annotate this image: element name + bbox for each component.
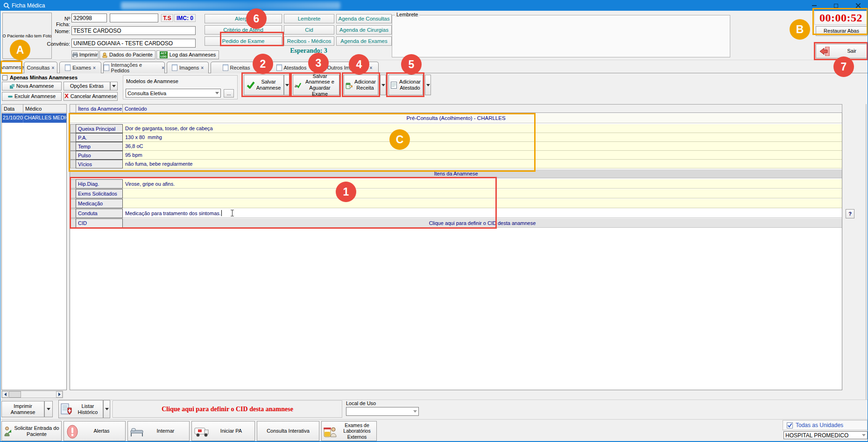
ts-button[interactable]: T.S [161,14,173,22]
ambulance-icon [194,426,209,437]
alert-icon [67,425,78,439]
annotation-box-5 [386,72,424,97]
listar-historico-button[interactable]: Listar Histórico [58,400,103,418]
scroll-left-button[interactable] [2,391,8,398]
tab-imagens[interactable]: Imagens× [167,62,209,73]
excluir-anamnese-button[interactable]: Excluir Anamnese [2,92,62,101]
redacted-title-text [121,2,340,9]
alertas-button[interactable]: Alertas [64,421,126,441]
log-anamneses-button[interactable]: ACTLOG Log das Anamneses [156,50,219,59]
tab-exames[interactable]: Exames× [59,62,101,73]
opcoes-extras-dropdown[interactable] [110,82,118,91]
grid-col-itens[interactable]: Ítens da Anamnese [76,104,123,113]
agenda-exames-button[interactable]: Agenda de Exames [336,36,392,46]
patient-card-icon [102,52,107,58]
solicitar-entrada-button[interactable]: Solicitar Entrada do Paciente [1,421,62,441]
modelo-selected-value: Consulta Eletiva [127,91,166,96]
lembrete-groupbox [392,15,730,57]
local-de-uso-label: Local de Uso [346,400,376,406]
annotation-box-a [0,61,22,74]
annotation-circle-6: 6 [246,8,267,29]
cancelar-anamnese-button[interactable]: X Cancelar Anamnese [64,92,118,101]
history-row-medico: CHARLLES MEDICO [23,113,66,123]
history-col-data[interactable]: Data [1,104,23,113]
ficha-input[interactable]: 329098 [71,14,107,22]
recibos-medicos-button[interactable]: Recibos - Médicos [284,36,334,46]
history-shield-icon [61,403,72,415]
annotation-box-4 [342,72,380,97]
dados-paciente-button[interactable]: Dados do Paciente [99,50,155,59]
cid-button[interactable]: Cid [284,25,334,35]
local-de-uso-select[interactable] [346,407,419,416]
tab-close-icon[interactable]: × [369,65,372,70]
agenda-consultas-button[interactable]: Agenda de Consultas [336,14,392,23]
modelo-select[interactable]: Consulta Eletiva [126,89,221,98]
adicionar-atestado-dropdown[interactable] [425,75,431,95]
todas-unidades-panel[interactable]: Todas as Unidades [783,420,868,430]
tab-close-icon[interactable]: × [93,65,96,70]
internar-button[interactable]: Internar [127,421,190,441]
scrollbar-thumb[interactable] [9,391,21,398]
history-col-medico[interactable]: Médico [23,104,67,113]
annotation-circle-2: 2 [253,54,273,74]
annotation-circle-5: 5 [401,54,422,75]
adicionar-receita-dropdown[interactable] [380,75,386,95]
nome-input[interactable]: TESTE CARDOSO [71,26,196,35]
convenio-input[interactable]: UNIMED GOIANIA - TESTE CARDOSO [71,39,196,48]
ficha-extra-input[interactable] [110,14,158,22]
tab-close-icon[interactable]: × [162,65,164,70]
history-row-selected[interactable]: 21/10/20 CHARLLES MEDICO [2,113,66,123]
annotation-circle-4: 4 [349,54,369,75]
filter-checkbox[interactable] [2,75,7,80]
modelo-browse-button[interactable]: ... [224,89,234,98]
hospital-bed-icon [130,428,144,437]
image-icon [172,64,177,71]
solicitar-entrada-label: Solicitar Entrada do Paciente [12,425,61,437]
checked-checkbox-icon[interactable] [787,422,793,428]
agenda-cirurgias-button[interactable]: Agenda de Cirurgias [336,25,392,35]
person-enter-icon [4,427,11,437]
grid-col-conteudo[interactable]: Conteúdo [122,104,842,113]
lembrete-button[interactable]: Lembrete [284,14,334,23]
document-icon [276,64,282,71]
convenio-label: Convênio: [46,41,70,47]
ficha-medica-window: Ficha Médica O Paciente não tem Foto Nº … [0,0,868,442]
tab-close-icon[interactable]: × [52,65,55,70]
exames-lab-externos-label: Exames de Laboratórios Externos [338,422,376,439]
tab-close-icon[interactable]: × [201,65,204,70]
printer-icon [72,52,78,57]
tab-internacoes-pedidos[interactable]: Internações e Pedidos× [103,62,165,73]
tab-consultas[interactable]: Consultas× [24,62,57,73]
opcoes-extras-button[interactable]: Opções Extras [64,82,110,91]
lab-jar-icon [324,426,337,439]
waiting-status: Esperando: 3 [276,47,341,55]
annotation-box-1 [70,177,497,229]
log-icon: ACTLOG [160,51,168,58]
lembrete-group-label: Lembrete [395,12,419,17]
alertas-label: Alertas [93,428,109,434]
listar-historico-dropdown[interactable] [103,400,110,418]
imc-button[interactable]: IMC: 0 [174,14,196,22]
imprimir-anamnese-dropdown[interactable] [44,401,53,417]
app-icon [3,2,10,9]
exames-lab-externos-button[interactable]: Exames de Laboratórios Externos [321,421,377,441]
new-icon [10,84,14,89]
imprimir-button[interactable]: Imprimir [71,50,99,59]
filter-checkbox-row[interactable]: Apenas Minhas Anamneses [2,75,78,80]
tab-label: Exames [72,65,91,70]
imprimir-anamnese-button[interactable]: Imprimir Anamnese [1,401,44,417]
help-button[interactable]: ? [846,209,854,218]
unidade-select[interactable]: HOSPITAL PROMEDICO [783,431,868,439]
todas-unidades-label: Todas as Unidades [796,422,843,428]
annotation-box-3 [290,72,341,97]
imprimir-label: Imprimir [79,52,98,58]
consulta-interativa-button[interactable]: Consulta Interativa [257,421,319,441]
tab-label: Consultas [27,65,50,70]
scroll-right-button[interactable] [56,391,63,398]
cid-banner[interactable]: Clique aqui para definir o CID desta ana… [113,400,342,418]
iniciar-pa-button[interactable]: Iniciar PA [191,421,255,441]
nova-anamnese-button[interactable]: Nova Anamnese [2,82,62,91]
internar-label: Internar [157,428,175,434]
alergia-button[interactable]: Alergia [205,14,282,23]
excluir-anamnese-label: Excluir Anamnese [14,93,56,99]
